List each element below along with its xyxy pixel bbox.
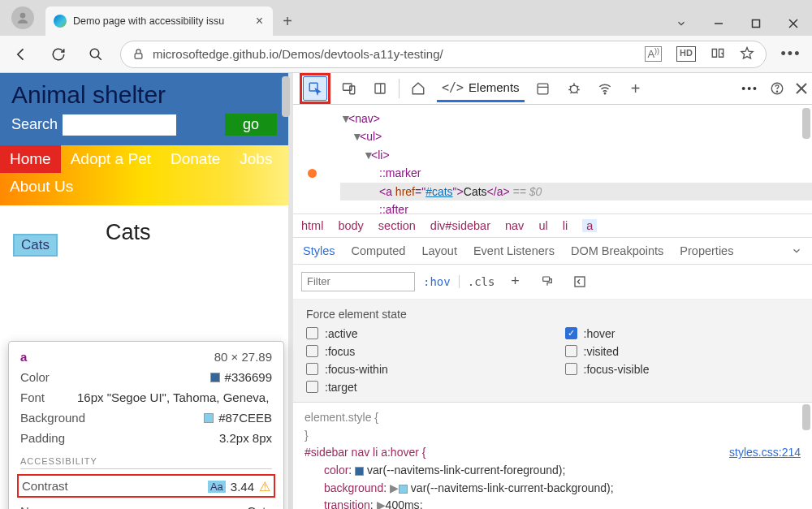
cls-toggle[interactable]: .cls: [459, 275, 495, 288]
device-emulation-button[interactable]: [337, 76, 361, 101]
tab-properties[interactable]: Properties: [680, 244, 733, 257]
chevron-down-icon[interactable]: [791, 245, 802, 257]
close-button[interactable]: [775, 11, 812, 36]
tab-close-icon[interactable]: ×: [253, 14, 266, 28]
tab-event-listeners[interactable]: Event Listeners: [473, 244, 555, 257]
crumb-a[interactable]: a: [582, 219, 597, 232]
minimize-button[interactable]: [700, 11, 737, 36]
crumb-section[interactable]: section: [378, 219, 416, 232]
styles-tabs: Styles Computed Layout Event Listeners D…: [293, 238, 812, 265]
address-bar[interactable]: microsoftedge.github.io/Demos/devtools-a…: [120, 41, 767, 68]
state-visited[interactable]: :visited: [565, 345, 800, 358]
tooltip-bg-value: #87CEEB: [218, 411, 272, 425]
crumb-html[interactable]: html: [301, 219, 323, 232]
tab-computed[interactable]: Computed: [352, 244, 406, 257]
tab-layout[interactable]: Layout: [421, 244, 457, 257]
devtools-close-button[interactable]: [796, 83, 807, 94]
force-element-state: Force element state :active ✓:hover :foc…: [293, 300, 812, 403]
new-tab-button[interactable]: +: [274, 8, 300, 34]
bg-swatch: [204, 413, 214, 423]
nav-about[interactable]: About Us: [0, 173, 83, 201]
source-link[interactable]: styles.css:214: [729, 444, 801, 462]
favorite-icon[interactable]: [740, 46, 754, 61]
more-button[interactable]: •••: [778, 41, 804, 67]
elements-tab[interactable]: </> Elements: [437, 75, 525, 102]
state-focus-within[interactable]: :focus-within: [306, 363, 541, 376]
lock-icon: [132, 48, 145, 60]
crumb-nav[interactable]: nav: [505, 219, 524, 232]
sidebar-link-cats[interactable]: Cats: [13, 234, 58, 257]
reader-icon[interactable]: [710, 46, 725, 61]
tooltip-color-label: Color: [20, 370, 50, 384]
contrast-aa-badge: Aa: [208, 481, 226, 493]
page-content: Animal shelter Search go Home Adopt a Pe…: [0, 73, 288, 509]
state-hover[interactable]: ✓:hover: [565, 327, 800, 340]
nav-home[interactable]: Home: [0, 145, 61, 173]
dom-scrollbar[interactable]: [802, 108, 810, 139]
breakpoint-dot[interactable]: [308, 169, 317, 178]
state-focus[interactable]: :focus: [306, 345, 541, 358]
more-tools-button[interactable]: •••: [741, 82, 758, 95]
go-button[interactable]: go: [225, 114, 277, 136]
svg-point-5: [90, 49, 99, 58]
read-aloud-icon[interactable]: A)): [645, 46, 662, 61]
svg-point-16: [604, 93, 606, 94]
search-label: Search: [11, 116, 58, 133]
back-button[interactable]: [8, 41, 34, 67]
network-icon[interactable]: [593, 76, 617, 101]
main-nav: Home Adopt a Pet Donate Jobs About Us: [0, 145, 288, 205]
crumb-li[interactable]: li: [563, 219, 568, 232]
inspect-tooltip: a 80 × 27.89 Color #336699 Font 16px "Se…: [8, 341, 284, 509]
tooltip-accessibility-header: ACCESSIBILITY: [20, 456, 272, 469]
warning-icon: ⚠: [259, 479, 270, 494]
toggle-pane-icon[interactable]: [568, 270, 592, 294]
site-title: Animal shelter: [11, 81, 277, 109]
hd-icon[interactable]: HD: [676, 46, 696, 61]
nav-donate[interactable]: Donate: [161, 145, 230, 173]
state-target[interactable]: :target: [306, 381, 541, 394]
profile-avatar[interactable]: [11, 6, 34, 29]
elements-tab-icon: </>: [442, 80, 464, 95]
app-tab-icon[interactable]: [531, 76, 555, 101]
edge-icon: [54, 15, 67, 28]
page-scrollbar[interactable]: [282, 76, 290, 117]
dock-side-button[interactable]: [368, 76, 392, 101]
search-icon[interactable]: [83, 41, 109, 67]
tooltip-font-label: Font: [20, 390, 45, 404]
chevron-down-icon[interactable]: [663, 11, 700, 36]
tooltip-contrast-value: 3.44: [231, 480, 254, 494]
svg-point-18: [776, 91, 777, 92]
maximize-button[interactable]: [737, 11, 775, 36]
paint-icon[interactable]: [535, 270, 559, 294]
refresh-button[interactable]: [45, 41, 71, 67]
svg-rect-21: [543, 277, 550, 281]
crumb-ul[interactable]: ul: [538, 219, 547, 232]
browser-tab[interactable]: Demo page with accessibility issu ×: [45, 6, 273, 36]
nav-adopt[interactable]: Adopt a Pet: [61, 145, 161, 173]
dom-tree[interactable]: ▼<nav> ▼<ul> ▼<li> ::marker <a href="#ca…: [293, 105, 812, 214]
nav-jobs[interactable]: Jobs: [230, 145, 282, 173]
more-tabs-button[interactable]: +: [624, 76, 648, 101]
crumb-body[interactable]: body: [338, 219, 363, 232]
svg-rect-2: [753, 20, 760, 28]
tab-styles[interactable]: Styles: [303, 244, 335, 257]
new-style-rule-button[interactable]: +: [503, 270, 527, 294]
styles-scrollbar[interactable]: [802, 404, 810, 430]
welcome-tab-icon[interactable]: [406, 76, 430, 101]
dom-breadcrumb[interactable]: html body section div#sidebar nav ul li …: [293, 214, 812, 238]
state-active[interactable]: :active: [306, 327, 541, 340]
css-rules-pane[interactable]: element.style { } styles.css:214 #sideba…: [293, 403, 812, 509]
state-focus-visible[interactable]: :focus-visible: [565, 363, 800, 376]
svg-rect-22: [575, 277, 585, 287]
search-input[interactable]: [63, 114, 176, 136]
crumb-sidebar[interactable]: div#sidebar: [430, 219, 490, 232]
bug-icon[interactable]: [562, 76, 586, 101]
styles-filter-input[interactable]: [301, 272, 415, 291]
help-icon[interactable]: [770, 81, 784, 96]
elements-tab-label: Elements: [469, 80, 520, 94]
inspect-element-button[interactable]: [303, 76, 327, 101]
page-heading: Cats: [106, 220, 151, 245]
tab-dom-breakpoints[interactable]: DOM Breakpoints: [571, 244, 663, 257]
tooltip-tag: a: [20, 350, 27, 364]
hov-toggle[interactable]: :hov: [423, 275, 451, 288]
